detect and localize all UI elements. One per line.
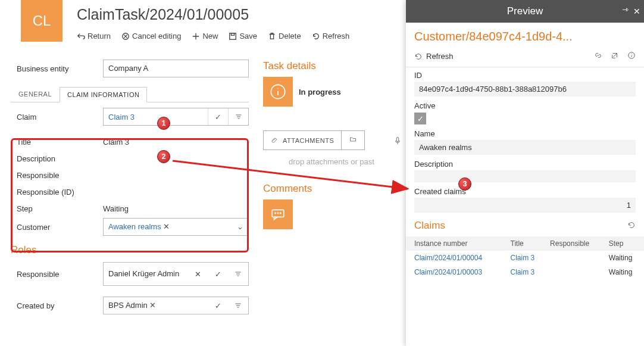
- task-details-heading: Task details: [263, 60, 400, 72]
- preview-active-label: Active: [414, 101, 636, 110]
- svg-line-11: [173, 161, 408, 189]
- save-button[interactable]: Save: [229, 32, 257, 40]
- svg-point-6: [275, 213, 276, 214]
- preview-id-value: 84e097c4-1d9d-4750-88b1-388a812097b6: [414, 82, 636, 96]
- preview-refresh-button[interactable]: Refresh: [414, 52, 454, 61]
- link-icon[interactable]: [594, 51, 602, 61]
- claims-table: Instance number Title Responsible Step C…: [406, 236, 644, 279]
- col-instance[interactable]: Instance number: [406, 236, 507, 251]
- claims-heading: Claims: [414, 220, 445, 232]
- folder-button[interactable]: [342, 130, 365, 150]
- tab-general[interactable]: GENERAL: [11, 86, 60, 102]
- new-button[interactable]: New: [192, 32, 218, 40]
- clear-createdby-icon[interactable]: ✕: [149, 301, 156, 310]
- preview-id-label: ID: [414, 71, 636, 80]
- attachments-tab[interactable]: ATTACHMENTS: [263, 130, 342, 150]
- pin-icon[interactable]: [621, 7, 630, 17]
- page-title: ClaimTask/2024/01/00005: [77, 6, 349, 23]
- table-row[interactable]: Claim/2024/01/00003 Claim 3 Waiting: [406, 265, 644, 279]
- cancel-icon: [121, 32, 130, 40]
- preview-active-checkbox[interactable]: ✓: [414, 113, 426, 124]
- svg-point-8: [280, 213, 282, 214]
- col-step[interactable]: Step: [605, 236, 644, 251]
- refresh-icon: [312, 32, 320, 40]
- preview-name-label: Name: [414, 129, 636, 138]
- status-icon: [263, 77, 293, 107]
- svg-rect-1: [230, 33, 236, 39]
- tab-claim-information[interactable]: CLAIM INFORMATION: [60, 87, 147, 102]
- return-icon: [77, 32, 85, 40]
- info-icon[interactable]: [627, 51, 636, 61]
- comment-icon: [270, 207, 286, 222]
- close-icon[interactable]: ✕: [633, 7, 640, 17]
- created-by-label: Created by: [11, 301, 103, 310]
- toolbar: Return Cancel editing New Save Delete Re…: [77, 32, 349, 40]
- refresh-icon: [627, 221, 636, 229]
- claim-label: Claim: [11, 113, 103, 121]
- preview-name-value: Awaken realms: [414, 140, 636, 155]
- paperclip-icon: [271, 137, 278, 144]
- preview-panel: Preview ✕ Customer/84e097c4-1d9d-4... Re…: [406, 0, 644, 346]
- comment-add-button[interactable]: [263, 200, 293, 229]
- save-icon: [229, 32, 237, 40]
- confirm-createdby-icon[interactable]: ✓: [208, 297, 228, 314]
- cancel-editing-button[interactable]: Cancel editing: [121, 32, 181, 40]
- preview-entity-title: Customer/84e097c4-1d9d-4...: [406, 23, 644, 46]
- col-responsible[interactable]: Responsible: [546, 236, 605, 251]
- role-responsible-label: Responsible: [11, 270, 103, 279]
- table-row[interactable]: Claim/2024/01/00004 Claim 3 Waiting: [406, 251, 644, 265]
- annotation-arrow: [167, 156, 417, 204]
- responsible-people-picker[interactable]: Daniel Krüger Admin ✕ ✓: [103, 262, 249, 286]
- annotation-1: 1: [157, 117, 170, 130]
- menu-icon[interactable]: [228, 108, 248, 125]
- preview-created-label: Created claims: [414, 187, 636, 196]
- delete-button[interactable]: Delete: [268, 32, 301, 40]
- svg-rect-2: [232, 33, 235, 35]
- mic-button[interactable]: [393, 130, 402, 150]
- preview-description-label: Description: [414, 160, 636, 169]
- folder-icon: [349, 136, 357, 143]
- menu-createdby-icon[interactable]: [228, 297, 248, 314]
- created-by-picker[interactable]: BPS Admin ✕ ✓: [103, 297, 249, 314]
- claim-picker[interactable]: Claim 3 ✓: [103, 108, 249, 126]
- trash-icon: [268, 32, 276, 40]
- menu-responsible-icon[interactable]: [228, 263, 248, 285]
- confirm-icon[interactable]: ✓: [208, 108, 228, 125]
- business-entity-input[interactable]: Company A: [103, 60, 249, 77]
- preview-created-count: 1: [414, 198, 636, 213]
- mic-icon: [393, 136, 402, 145]
- business-entity-label: Business entity: [11, 64, 103, 73]
- svg-rect-4: [397, 137, 399, 141]
- svg-point-7: [277, 213, 279, 214]
- col-title[interactable]: Title: [507, 236, 547, 251]
- tabs: GENERAL CLAIM INFORMATION: [11, 86, 249, 102]
- claims-refresh-button[interactable]: [627, 221, 636, 231]
- refresh-icon: [414, 52, 423, 61]
- confirm-responsible-icon[interactable]: ✓: [208, 263, 228, 285]
- return-button[interactable]: Return: [77, 32, 111, 40]
- preview-header: Preview ✕: [406, 0, 644, 23]
- open-external-icon[interactable]: [611, 51, 619, 61]
- refresh-button[interactable]: Refresh: [312, 32, 350, 40]
- plus-icon: [192, 32, 200, 40]
- preview-description-value: [414, 170, 636, 182]
- status-text: In progress: [299, 88, 341, 96]
- annotation-3: 3: [458, 177, 471, 191]
- clear-responsible-icon[interactable]: ✕: [187, 263, 208, 285]
- entity-avatar: CL: [21, 0, 62, 42]
